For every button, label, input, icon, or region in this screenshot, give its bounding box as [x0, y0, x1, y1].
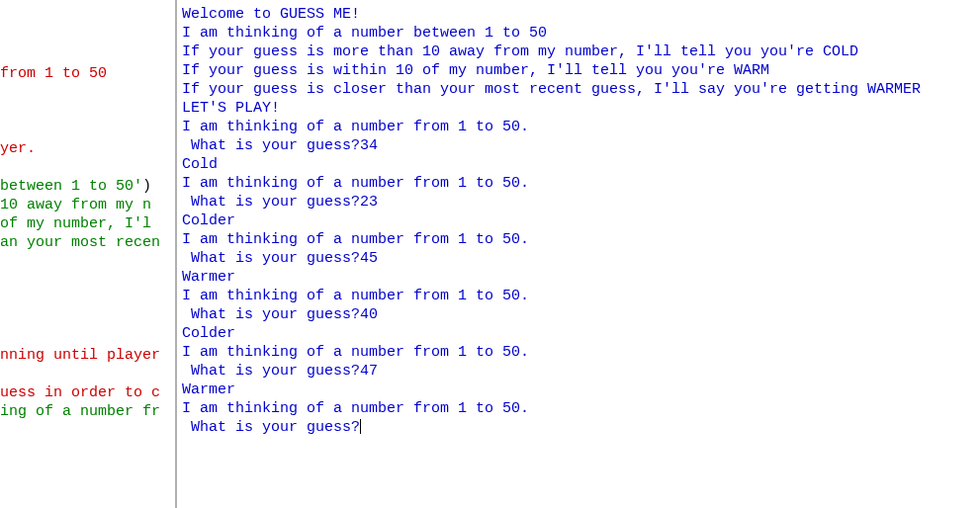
input-prompt: What is your guess? — [182, 250, 360, 267]
input-prompt: What is your guess? — [182, 306, 360, 323]
output-line: I am thinking of a number from 1 to 50. — [182, 119, 529, 135]
code-line: yer. — [0, 139, 175, 158]
code-line: between 1 to 50') — [0, 177, 175, 196]
code-line: from 1 to 50 — [0, 64, 175, 83]
output-feedback: Colder — [182, 212, 235, 229]
input-prompt: What is your guess? — [182, 194, 360, 211]
console-output-pane[interactable]: Welcome to GUESS ME! I am thinking of a … — [177, 0, 980, 508]
output-line: LET'S PLAY! — [182, 100, 280, 117]
code-line: ing of a number fr — [0, 402, 175, 421]
output-feedback: Colder — [182, 325, 235, 342]
code-line: 10 away from my n — [0, 196, 175, 214]
output-line: If your guess is closer than your most r… — [182, 81, 921, 98]
output-line: I am thinking of a number from 1 to 50. — [182, 344, 529, 361]
code-line: uess in order to c — [0, 383, 175, 402]
output-line: I am thinking of a number from 1 to 50. — [182, 400, 529, 417]
text-cursor — [360, 419, 361, 434]
output-line: I am thinking of a number between 1 to 5… — [182, 25, 547, 42]
input-prompt: What is your guess? — [182, 363, 360, 380]
output-line: I am thinking of a number from 1 to 50. — [182, 175, 529, 192]
output-feedback: Cold — [182, 156, 218, 173]
user-input: 47 — [360, 363, 378, 380]
output-line: If your guess is more than 10 away from … — [182, 43, 858, 60]
code-line: nning until player — [0, 346, 175, 365]
code-line: of my number, I'l — [0, 214, 175, 233]
code-editor-pane[interactable]: from 1 to 50 yer. between 1 to 50') 10 a… — [0, 0, 175, 508]
input-prompt: What is your guess? — [182, 419, 360, 436]
user-input: 40 — [360, 306, 378, 323]
input-prompt: What is your guess? — [182, 137, 360, 154]
output-line: I am thinking of a number from 1 to 50. — [182, 231, 529, 248]
ide-window: from 1 to 50 yer. between 1 to 50') 10 a… — [0, 0, 980, 508]
code-line: an your most recen — [0, 233, 175, 252]
user-input: 45 — [360, 250, 378, 267]
output-line: If your guess is within 10 of my number,… — [182, 62, 769, 79]
output-line: Welcome to GUESS ME! — [182, 6, 360, 23]
user-input: 34 — [360, 137, 378, 154]
output-feedback: Warmer — [182, 381, 235, 398]
output-line: I am thinking of a number from 1 to 50. — [182, 288, 529, 304]
output-feedback: Warmer — [182, 269, 235, 286]
user-input: 23 — [360, 194, 378, 211]
